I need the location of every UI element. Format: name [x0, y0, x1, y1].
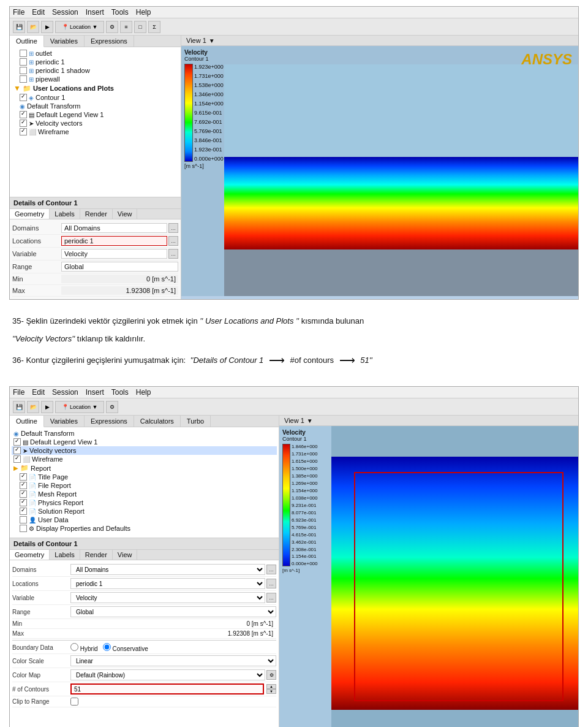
checkbox-periodic1[interactable]: [20, 58, 27, 66]
bottom-btn-locations[interactable]: …: [266, 579, 276, 588]
tree-item-contour1[interactable]: ◈ Contour 1: [18, 93, 179, 102]
bottom-menu-insert[interactable]: Insert: [86, 388, 104, 397]
btn-variable[interactable]: …: [168, 249, 178, 259]
checkbox-contour1[interactable]: [20, 94, 27, 101]
bottom-tree-velocity-vectors[interactable]: ➤ Velocity vectors: [12, 446, 277, 455]
tree-item-wireframe[interactable]: ⬜ Wireframe: [18, 128, 179, 136]
checkbox-mesh-report[interactable]: [20, 490, 27, 498]
bottom-details-tab-labels[interactable]: Labels: [50, 550, 80, 560]
menu-file[interactable]: File: [13, 8, 24, 17]
value-variable[interactable]: Velocity: [61, 249, 167, 259]
checkbox-pipewall[interactable]: [20, 75, 27, 83]
bottom-toolbar-run[interactable]: ▶: [41, 401, 53, 413]
bottom-tab-turbo[interactable]: Turbo: [181, 416, 211, 427]
bottom-btn-variable[interactable]: …: [266, 593, 276, 603]
bottom-tree-user-data[interactable]: 👤 User Data: [18, 516, 277, 524]
menu-edit[interactable]: Edit: [32, 8, 45, 17]
bottom-details-tab-geometry[interactable]: Geometry: [10, 550, 50, 560]
tab-outline[interactable]: Outline: [10, 36, 44, 47]
view-dropdown-icon[interactable]: ▼: [209, 37, 215, 44]
tab-variables[interactable]: Variables: [44, 36, 85, 47]
tree-item-pipewall[interactable]: ⊞ pipewall: [18, 75, 179, 83]
tree-item-outlet[interactable]: ⊞ outlet: [18, 49, 179, 58]
bottom-menu-edit[interactable]: Edit: [32, 388, 45, 397]
toolbar-save[interactable]: 💾: [13, 21, 25, 33]
toolbar-tool4[interactable]: Σ: [148, 21, 160, 33]
bottom-details-tab-render[interactable]: Render: [80, 550, 113, 560]
bottom-menu-help[interactable]: Help: [136, 388, 151, 397]
bottom-details-tab-view[interactable]: View: [113, 550, 138, 560]
menu-tools[interactable]: Tools: [111, 8, 129, 17]
value-range[interactable]: Global: [61, 262, 178, 272]
contours-down-btn[interactable]: ▼: [266, 689, 276, 694]
checkbox-outlet[interactable]: [20, 50, 27, 57]
bottom-tree-mesh-report[interactable]: 📄 Mesh Report: [18, 490, 277, 498]
radio-conservative[interactable]: [103, 643, 111, 651]
bottom-select-variable[interactable]: Velocity: [70, 592, 265, 603]
bottom-tab-variables[interactable]: Variables: [44, 416, 85, 427]
checkbox-file-report[interactable]: [20, 482, 27, 489]
bottom-tree-legend-view[interactable]: ▤ Default Legend View 1: [12, 438, 277, 446]
bottom-menu-tools[interactable]: Tools: [111, 388, 129, 397]
toolbar-open[interactable]: 📂: [27, 21, 39, 33]
details-tab-geometry[interactable]: Geometry: [10, 209, 50, 219]
checkbox-velocity-vectors[interactable]: [20, 120, 27, 127]
bottom-toolbar-save[interactable]: 💾: [13, 401, 25, 413]
radio-hybrid[interactable]: [70, 643, 78, 651]
checkbox-periodic1shadow[interactable]: [20, 67, 27, 74]
checkbox-solution-report[interactable]: [20, 508, 27, 515]
tree-item-periodic1[interactable]: ⊞ periodic 1: [18, 58, 179, 66]
bottom-tree-wireframe[interactable]: ⬜ Wireframe: [12, 455, 277, 463]
menu-insert[interactable]: Insert: [86, 8, 104, 17]
bottom-toolbar-tool1[interactable]: ⚙: [106, 401, 118, 413]
tab-expressions[interactable]: Expressions: [85, 36, 134, 47]
contours-up-btn[interactable]: ▲: [266, 684, 276, 689]
bottom-tree-display-props[interactable]: ⚙ Display Properties and Defaults: [18, 524, 277, 533]
toolbar-tool1[interactable]: ⚙: [106, 21, 118, 33]
bottom-menu-session[interactable]: Session: [52, 388, 78, 397]
toolbar-location[interactable]: 📍 Location ▼: [55, 21, 104, 33]
btn-locations[interactable]: …: [168, 236, 178, 246]
checkbox-title-page[interactable]: [20, 473, 27, 481]
radio-conservative-label[interactable]: Conservative: [103, 643, 148, 652]
menu-help[interactable]: Help: [136, 8, 151, 17]
bottom-view-dropdown-icon[interactable]: ▼: [307, 417, 313, 424]
bottom-tree-physics-report[interactable]: 📄 Physics Report: [18, 498, 277, 507]
checkbox-wireframe-b[interactable]: [13, 455, 21, 463]
bottom-tab-expressions[interactable]: Expressions: [85, 416, 134, 427]
bottom-toolbar-location[interactable]: 📍 Location ▼: [55, 401, 104, 413]
bottom-menu-file[interactable]: File: [13, 388, 24, 397]
details-tab-view[interactable]: View: [113, 209, 138, 219]
bottom-tab-outline[interactable]: Outline: [10, 416, 44, 427]
bottom-btn-color-map[interactable]: ⚙: [266, 670, 276, 680]
checkbox-velocity-vectors-b[interactable]: [13, 447, 21, 454]
bottom-tab-calculators[interactable]: Calculators: [134, 416, 181, 427]
checkbox-user-data[interactable]: [20, 516, 27, 523]
menu-session[interactable]: Session: [52, 8, 78, 17]
checkbox-legend-view[interactable]: [20, 111, 27, 118]
value-locations[interactable]: periodic 1: [61, 236, 167, 246]
checkbox-display-props[interactable]: [20, 525, 27, 532]
checkbox-clip-to-range[interactable]: [70, 698, 78, 706]
btn-domains[interactable]: …: [168, 223, 178, 233]
tree-item-periodic1shadow[interactable]: ⊞ periodic 1 shadow: [18, 66, 179, 75]
bottom-select-range[interactable]: Global: [70, 606, 276, 617]
tree-item-default-transform[interactable]: ◉ Default Transform: [18, 102, 179, 110]
checkbox-physics-report[interactable]: [20, 499, 27, 506]
value-domains[interactable]: All Domains: [61, 223, 167, 233]
bottom-tree-solution-report[interactable]: 📄 Solution Report: [18, 507, 277, 516]
toolbar-tool2[interactable]: ≡: [120, 21, 132, 33]
bottom-select-locations[interactable]: periodic 1: [70, 578, 265, 589]
checkbox-wireframe[interactable]: [20, 128, 27, 135]
tree-item-user-locations[interactable]: ▼ 📁 User Locations and Plots: [12, 83, 179, 93]
bottom-select-domains[interactable]: All Domains: [70, 564, 265, 575]
details-tab-render[interactable]: Render: [80, 209, 113, 219]
bottom-select-color-scale[interactable]: Linear: [70, 655, 276, 666]
details-tab-labels[interactable]: Labels: [50, 209, 80, 219]
tree-item-legend-view[interactable]: ▤ Default Legend View 1: [18, 110, 179, 119]
bottom-tree-default-transform[interactable]: ◉ Default Transform: [12, 429, 277, 438]
bottom-select-color-map[interactable]: Default (Rainbow): [70, 669, 265, 680]
bottom-toolbar-open[interactable]: 📂: [27, 401, 39, 413]
bottom-tree-report[interactable]: ▶ 📁 Report: [12, 463, 277, 473]
toolbar-run[interactable]: ▶: [41, 21, 53, 33]
